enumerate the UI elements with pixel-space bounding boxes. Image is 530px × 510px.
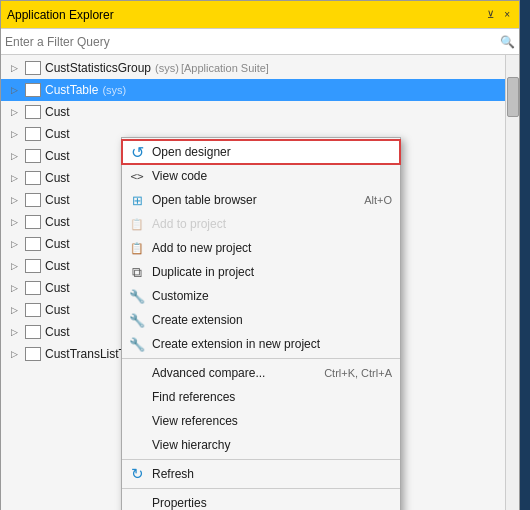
expand-arrow: ▷: [11, 327, 25, 337]
expand-arrow: ▷: [11, 195, 25, 205]
search-bar: 🔍: [1, 29, 519, 55]
expand-arrow: ▷: [11, 349, 25, 359]
menu-label: Find references: [152, 390, 392, 404]
expand-arrow: ▷: [11, 173, 25, 183]
menu-item-view-hierarchy[interactable]: View hierarchy: [122, 433, 400, 457]
item-label: Cust: [45, 193, 70, 207]
item-label: Cust: [45, 127, 70, 141]
menu-item-find-references[interactable]: Find references: [122, 385, 400, 409]
hierarchy-icon: [128, 436, 146, 454]
duplicate-icon: ⧉: [128, 263, 146, 281]
expand-arrow: ▷: [11, 217, 25, 227]
tree-area: ▷ CustStatisticsGroup (sys) [Application…: [1, 55, 519, 510]
expand-arrow: ▷: [11, 129, 25, 139]
tree-item-custtable[interactable]: ▷ CustTable (sys): [1, 79, 505, 101]
menu-label: Create extension: [152, 313, 392, 327]
title-actions: ⊻ ×: [484, 8, 513, 21]
menu-item-create-extension[interactable]: 🔧 Create extension: [122, 308, 400, 332]
menu-label: View references: [152, 414, 392, 428]
menu-label: Create extension in new project: [152, 337, 392, 351]
expand-arrow: ▷: [11, 283, 25, 293]
table-icon: [25, 303, 41, 317]
item-label: Cust: [45, 149, 70, 163]
menu-label: Refresh: [152, 467, 392, 481]
view-code-icon: <>: [128, 167, 146, 185]
table-icon: [25, 105, 41, 119]
menu-label: Duplicate in project: [152, 265, 392, 279]
table-icon: [25, 325, 41, 339]
menu-separator-3: [122, 488, 400, 489]
context-menu: ↺ Open designer <> View code ⊞ Open tabl…: [121, 137, 401, 510]
menu-item-create-extension-new[interactable]: 🔧 Create extension in new project: [122, 332, 400, 356]
menu-item-add-to-project: 📋 Add to project: [122, 212, 400, 236]
item-sys: (sys): [102, 84, 126, 96]
menu-item-view-references[interactable]: View references: [122, 409, 400, 433]
title-text: Application Explorer: [7, 8, 114, 22]
properties-icon: [128, 494, 146, 510]
menu-separator-1: [122, 358, 400, 359]
menu-label: Open designer: [152, 145, 392, 159]
app-explorer-panel: Application Explorer ⊻ × 🔍 ▷ CustStatist…: [0, 0, 520, 510]
menu-item-view-code[interactable]: <> View code: [122, 164, 400, 188]
menu-item-add-to-new-project[interactable]: 📋 Add to new project: [122, 236, 400, 260]
pin-button[interactable]: ⊻: [484, 8, 497, 21]
menu-label: Add to new project: [152, 241, 392, 255]
table-browser-icon: ⊞: [128, 191, 146, 209]
menu-label: Advanced compare...: [152, 366, 316, 380]
table-icon: [25, 259, 41, 273]
table-icon: [25, 149, 41, 163]
menu-item-advanced-compare[interactable]: Advanced compare... Ctrl+K, Ctrl+A: [122, 361, 400, 385]
extension-new-icon: 🔧: [128, 335, 146, 353]
menu-item-customize[interactable]: 🔧 Customize: [122, 284, 400, 308]
table-icon: [25, 171, 41, 185]
expand-arrow: ▷: [11, 239, 25, 249]
add-new-project-icon: 📋: [128, 239, 146, 257]
item-label: Cust: [45, 281, 70, 295]
menu-item-properties[interactable]: Properties: [122, 491, 400, 510]
menu-item-open-table-browser[interactable]: ⊞ Open table browser Alt+O: [122, 188, 400, 212]
expand-arrow: ▷: [11, 107, 25, 117]
title-bar: Application Explorer ⊻ ×: [1, 1, 519, 29]
scrollbar-thumb[interactable]: [507, 77, 519, 117]
menu-label: Customize: [152, 289, 392, 303]
item-label: Cust: [45, 215, 70, 229]
table-icon: [25, 237, 41, 251]
item-label: Cust: [45, 259, 70, 273]
item-label: Cust: [45, 105, 70, 119]
table-icon: [25, 193, 41, 207]
table-icon: [25, 281, 41, 295]
menu-label: Properties: [152, 496, 392, 510]
item-label: Cust: [45, 325, 70, 339]
item-label: Cust: [45, 237, 70, 251]
scrollbar-track[interactable]: [505, 55, 519, 510]
item-label: Cust: [45, 171, 70, 185]
menu-label: Add to project: [152, 217, 392, 231]
tree-item-custstatisticsgroup[interactable]: ▷ CustStatisticsGroup (sys) [Application…: [1, 57, 505, 79]
menu-label: View code: [152, 169, 392, 183]
list-item[interactable]: ▷ Cust: [1, 101, 505, 123]
compare-icon: [128, 364, 146, 382]
expand-arrow: ▷: [11, 85, 25, 95]
item-sys: (sys): [155, 62, 179, 74]
shortcut-label: Ctrl+K, Ctrl+A: [324, 367, 392, 379]
find-ref-icon: [128, 388, 146, 406]
expand-arrow: ▷: [11, 261, 25, 271]
close-button[interactable]: ×: [501, 8, 513, 21]
expand-arrow: ▷: [11, 151, 25, 161]
item-label: CustTable: [45, 83, 98, 97]
refresh-icon: ↻: [128, 465, 146, 483]
expand-arrow: ▷: [11, 305, 25, 315]
menu-item-duplicate[interactable]: ⧉ Duplicate in project: [122, 260, 400, 284]
right-panel: [520, 0, 530, 510]
menu-item-open-designer[interactable]: ↺ Open designer: [122, 140, 400, 164]
menu-item-refresh[interactable]: ↻ Refresh: [122, 462, 400, 486]
table-icon: [25, 347, 41, 361]
extension-icon: 🔧: [128, 311, 146, 329]
open-designer-icon: ↺: [128, 143, 146, 161]
add-project-icon: 📋: [128, 215, 146, 233]
customize-icon: 🔧: [128, 287, 146, 305]
search-input[interactable]: [5, 35, 500, 49]
menu-label: Open table browser: [152, 193, 356, 207]
table-icon: [25, 127, 41, 141]
search-icon[interactable]: 🔍: [500, 35, 515, 49]
